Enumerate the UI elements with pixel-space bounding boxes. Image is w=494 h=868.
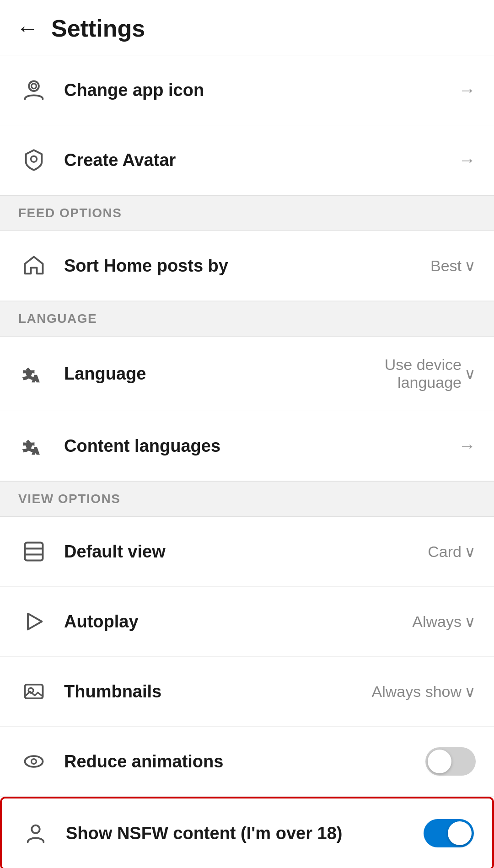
feed-options-label: FEED OPTIONS [18, 206, 476, 220]
show-nsfw-item[interactable]: Show NSFW content (I'm over 18) [2, 798, 492, 868]
svg-marker-10 [28, 614, 42, 630]
sort-home-posts-item[interactable]: Sort Home posts by Best ∨ [0, 231, 494, 301]
avatar-icon [18, 145, 49, 176]
app-icon [18, 75, 49, 106]
svg-point-13 [25, 756, 43, 767]
content-languages-label: Content languages [64, 436, 458, 456]
sort-home-posts-value[interactable]: Best ∨ [430, 257, 476, 275]
home-icon [18, 250, 49, 281]
svg-rect-7 [25, 543, 43, 561]
person-icon [20, 818, 51, 849]
feed-options-section-header: FEED OPTIONS [0, 195, 494, 231]
svg-point-15 [32, 825, 39, 833]
reduce-animations-item[interactable]: Reduce animations [0, 727, 494, 797]
show-nsfw-wrapper: Show NSFW content (I'm over 18) [0, 797, 494, 868]
language-icon: 文 A [18, 358, 49, 389]
svg-point-1 [32, 84, 37, 89]
language-section-header: LANGUAGE [0, 301, 494, 337]
thumbnails-value[interactable]: Always show ∨ [371, 682, 476, 701]
page-title: Settings [51, 15, 145, 42]
reduce-animations-label: Reduce animations [64, 752, 425, 772]
thumbnails-label: Thumbnails [64, 682, 371, 702]
autoplay-item[interactable]: Autoplay Always ∨ [0, 587, 494, 657]
back-button[interactable]: ← [16, 17, 38, 39]
language-item[interactable]: 文 A Language Use device language ∨ [0, 337, 494, 411]
eye-icon [18, 746, 49, 777]
default-view-item[interactable]: Default view Card ∨ [0, 517, 494, 587]
language-item-value[interactable]: Use device language ∨ [348, 356, 476, 391]
autoplay-value[interactable]: Always ∨ [412, 612, 476, 631]
content-languages-item[interactable]: 文 A Content languages → [0, 411, 494, 481]
svg-point-14 [32, 759, 37, 764]
sort-home-posts-label: Sort Home posts by [64, 256, 430, 276]
default-view-label: Default view [64, 542, 428, 562]
svg-point-0 [29, 81, 39, 91]
create-avatar-item[interactable]: Create Avatar → [0, 125, 494, 195]
view-options-label: VIEW OPTIONS [18, 492, 476, 506]
thumbnails-item[interactable]: Thumbnails Always show ∨ [0, 657, 494, 727]
thumbnails-icon [18, 676, 49, 707]
content-languages-arrow: → [458, 436, 476, 456]
autoplay-label: Autoplay [64, 612, 412, 632]
create-avatar-label: Create Avatar [64, 150, 458, 170]
settings-header: ← Settings [0, 0, 494, 55]
show-nsfw-label: Show NSFW content (I'm over 18) [66, 824, 424, 843]
create-avatar-arrow: → [458, 150, 476, 170]
reduce-animations-toggle-knob [428, 750, 451, 773]
language-item-label: Language [64, 364, 348, 384]
svg-text:A: A [33, 374, 39, 383]
change-app-icon-item[interactable]: Change app icon → [0, 55, 494, 125]
show-nsfw-toggle-knob [448, 821, 472, 845]
change-app-icon-arrow: → [458, 80, 476, 100]
content-language-icon: 文 A [18, 430, 49, 461]
svg-point-2 [31, 156, 37, 162]
view-icon [18, 536, 49, 567]
autoplay-icon [18, 606, 49, 637]
show-nsfw-toggle[interactable] [424, 819, 474, 847]
default-view-value[interactable]: Card ∨ [428, 542, 476, 561]
svg-text:A: A [33, 446, 39, 455]
reduce-animations-toggle[interactable] [425, 747, 476, 776]
language-label: LANGUAGE [18, 311, 476, 326]
view-options-section-header: VIEW OPTIONS [0, 481, 494, 517]
change-app-icon-label: Change app icon [64, 80, 458, 100]
